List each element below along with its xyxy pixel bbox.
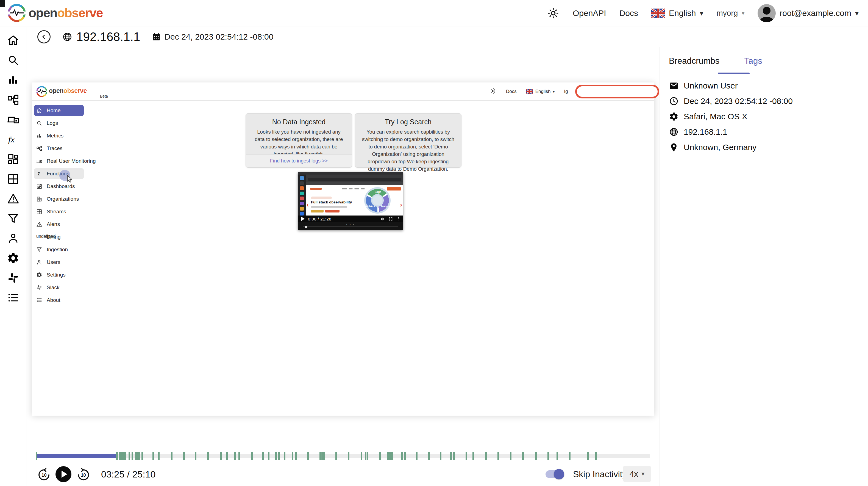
activity-marker[interactable] — [131, 452, 133, 460]
activity-marker[interactable] — [321, 452, 323, 460]
activity-marker[interactable] — [453, 452, 455, 460]
language-selector[interactable]: English ▾ — [651, 8, 703, 18]
activity-marker[interactable] — [440, 452, 441, 460]
activity-marker[interactable] — [292, 452, 293, 460]
speed-selector[interactable]: 4x ▾ — [623, 466, 651, 482]
rail-item-about[interactable] — [7, 291, 20, 304]
video-controls[interactable]: 0:00 / 21:28 — [298, 216, 403, 222]
activity-marker[interactable] — [226, 452, 228, 460]
activity-marker[interactable] — [522, 452, 524, 460]
activity-marker[interactable] — [284, 452, 285, 460]
replay-sidebar-item-functions[interactable]: ΣFunctions — [34, 168, 84, 179]
activity-marker[interactable] — [251, 452, 253, 460]
org-selector[interactable]: myorg ▾ — [717, 9, 745, 18]
replay-sidebar-item-logs[interactable]: Logs — [34, 118, 84, 128]
video-scrubber[interactable]: • • • — [298, 222, 403, 230]
activity-marker[interactable] — [485, 452, 487, 460]
activity-marker[interactable] — [367, 452, 368, 460]
activity-marker[interactable] — [472, 452, 474, 460]
video-play-icon[interactable] — [301, 217, 305, 221]
rail-item-settings[interactable] — [7, 252, 20, 264]
replay-sidebar-item-home[interactable]: Home — [34, 105, 84, 116]
replay-sidebar-item-settings[interactable]: Settings — [34, 269, 84, 280]
account-menu[interactable]: root@example.com ▾ — [757, 4, 859, 22]
back-button[interactable] — [37, 30, 51, 44]
rail-item-home[interactable] — [7, 34, 20, 47]
activity-marker[interactable] — [171, 452, 173, 460]
activity-marker[interactable] — [379, 452, 381, 460]
openapi-link[interactable]: OpenAPI — [573, 8, 606, 18]
activity-marker[interactable] — [307, 452, 309, 460]
activity-marker[interactable] — [404, 452, 406, 460]
theme-toggle-icon[interactable] — [547, 7, 560, 20]
activity-marker[interactable] — [158, 452, 160, 460]
activity-marker[interactable] — [220, 452, 222, 460]
activity-marker[interactable] — [497, 452, 499, 460]
activity-marker[interactable] — [36, 452, 37, 460]
activity-marker[interactable] — [278, 452, 280, 460]
replay-sidebar-item-ingestion[interactable]: Ingestion — [34, 244, 84, 255]
activity-marker[interactable] — [295, 452, 297, 460]
activity-marker[interactable] — [569, 452, 570, 460]
activity-marker[interactable] — [234, 452, 236, 460]
activity-marker[interactable] — [416, 452, 417, 460]
activity-marker[interactable] — [119, 452, 126, 460]
replay-sidebar-item-slack[interactable]: Slack — [34, 282, 84, 293]
activity-marker[interactable] — [401, 452, 403, 460]
volume-icon[interactable] — [380, 217, 385, 221]
activity-marker[interactable] — [348, 452, 349, 460]
activity-marker[interactable] — [365, 452, 366, 460]
rail-item-users[interactable] — [7, 232, 20, 245]
activity-marker[interactable] — [387, 452, 389, 460]
replay-sidebar-item-real-user-monitoring[interactable]: Real User Monitoring — [34, 155, 84, 167]
kebab-menu-icon[interactable] — [397, 217, 401, 221]
rewind-10-button[interactable]: 10 — [37, 467, 51, 481]
rail-item-traces[interactable] — [7, 93, 20, 106]
replay-sidebar-item-billing[interactable]: undefinedBilling — [34, 231, 84, 242]
activity-marker[interactable] — [510, 452, 512, 460]
tab-breadcrumbs[interactable]: Breadcrumbs — [669, 56, 719, 66]
rail-item-fx[interactable]: fx — [7, 133, 20, 146]
activity-marker[interactable] — [135, 452, 140, 460]
replay-sidebar-item-users[interactable]: Users — [34, 257, 84, 268]
replay-sidebar-item-streams[interactable]: Streams — [34, 206, 84, 217]
activity-marker[interactable] — [183, 452, 185, 460]
activity-marker[interactable] — [262, 452, 264, 460]
rail-item-search[interactable] — [7, 54, 20, 66]
activity-marker[interactable] — [323, 452, 325, 460]
activity-marker[interactable] — [152, 452, 154, 460]
replay-sidebar-item-dashboards[interactable]: Dashboards — [34, 181, 84, 192]
fullscreen-icon[interactable] — [389, 217, 393, 221]
activity-marker[interactable] — [361, 452, 362, 460]
activity-marker[interactable] — [548, 452, 549, 460]
activity-marker[interactable] — [428, 452, 430, 460]
activity-marker[interactable] — [195, 452, 196, 460]
ingest-logs-link[interactable]: Find how to ingest logs >> — [270, 158, 328, 164]
docs-link[interactable]: Docs — [619, 8, 638, 18]
replay-sidebar-item-organizations[interactable]: Organizations — [34, 194, 84, 204]
playback-timeline[interactable] — [36, 452, 650, 460]
rail-item-slack[interactable] — [7, 271, 20, 284]
activity-marker[interactable] — [239, 452, 240, 460]
rail-item-alerts[interactable] — [7, 193, 20, 205]
rail-item-rum[interactable] — [7, 113, 20, 126]
activity-marker[interactable] — [466, 452, 467, 460]
intro-video-player[interactable]: Full stack observability ‹ › Logs Metric… — [298, 172, 403, 230]
rail-item-streams[interactable] — [7, 173, 20, 185]
activity-marker[interactable] — [450, 452, 452, 460]
activity-marker[interactable] — [319, 452, 321, 460]
play-button[interactable] — [56, 466, 71, 482]
replay-sidebar-item-metrics[interactable]: Metrics — [34, 130, 84, 141]
activity-marker[interactable] — [595, 452, 597, 460]
rail-item-dashboards[interactable] — [7, 153, 20, 166]
activity-marker[interactable] — [268, 452, 270, 460]
replay-sidebar-item-about[interactable]: About — [34, 295, 84, 306]
activity-marker[interactable] — [129, 452, 130, 460]
activity-marker[interactable] — [207, 452, 209, 460]
replay-sidebar-item-traces[interactable]: Traces — [34, 143, 84, 154]
forward-10-button[interactable]: 10 — [77, 467, 90, 481]
activity-marker[interactable] — [142, 452, 143, 460]
tab-tags[interactable]: Tags — [744, 56, 762, 66]
activity-marker[interactable] — [116, 452, 118, 460]
activity-marker[interactable] — [389, 452, 393, 460]
